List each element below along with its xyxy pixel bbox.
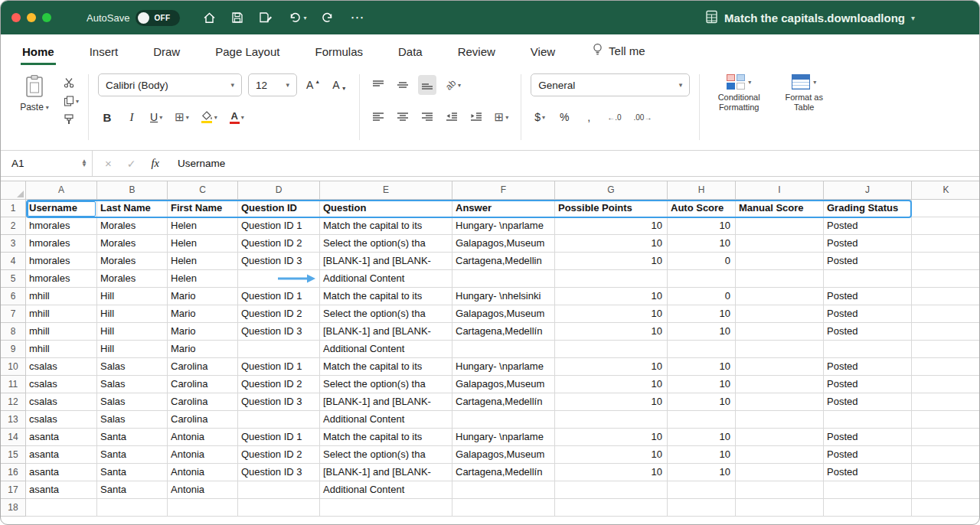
row-header-17[interactable]: 17	[1, 481, 26, 499]
cell-J13[interactable]	[824, 411, 912, 429]
cell-E15[interactable]: Select the option(s) tha	[320, 446, 452, 464]
fill-color-button[interactable]: ▾	[198, 107, 220, 127]
cell-F6[interactable]: Hungary- \nhelsinki	[452, 288, 555, 305]
cell-E17[interactable]: Additional Content	[320, 481, 452, 499]
align-center-button[interactable]	[394, 107, 412, 127]
copy-dropdown-icon[interactable]: ▾	[76, 98, 79, 105]
undo-dropdown-icon[interactable]: ▾	[303, 15, 306, 21]
column-header-H[interactable]: H	[668, 181, 736, 200]
cell-H5[interactable]	[668, 270, 736, 288]
cell-H17[interactable]	[668, 481, 736, 499]
cell-B17[interactable]: Santa	[97, 481, 168, 499]
cell-D3[interactable]: Question ID 2	[238, 235, 320, 253]
cell-E11[interactable]: Select the option(s) tha	[320, 376, 452, 393]
cell-G9[interactable]	[555, 341, 668, 358]
cell-I8[interactable]	[736, 323, 824, 341]
cell-G18[interactable]	[555, 499, 668, 517]
cell-K3[interactable]	[912, 235, 980, 253]
cell-F13[interactable]	[452, 411, 555, 429]
number-format-select[interactable]: General ▾	[531, 73, 690, 96]
cell-B3[interactable]: Morales	[97, 235, 168, 253]
cell-E18[interactable]	[320, 499, 452, 517]
cell-G8[interactable]: 10	[555, 323, 668, 341]
conditional-formatting-button[interactable]: ▾ Conditional Formatting	[709, 73, 769, 112]
cell-K14[interactable]	[912, 429, 980, 446]
cell-I7[interactable]	[736, 305, 824, 323]
cell-D7[interactable]: Question ID 2	[238, 305, 320, 323]
cell-I9[interactable]	[736, 341, 824, 358]
cell-J4[interactable]: Posted	[824, 253, 912, 270]
row-header-18[interactable]: 18	[1, 499, 26, 517]
formula-input[interactable]: Username	[172, 151, 225, 176]
cell-H7[interactable]: 10	[668, 305, 736, 323]
cell-K9[interactable]	[912, 341, 980, 358]
cell-F17[interactable]	[452, 481, 555, 499]
tab-page-layout[interactable]: Page Layout	[214, 45, 281, 65]
cell-G11[interactable]: 10	[555, 376, 668, 393]
cell-A7[interactable]: mhill	[26, 305, 97, 323]
cell-C12[interactable]: Carolina	[168, 393, 238, 411]
cell-C17[interactable]: Antonia	[168, 481, 238, 499]
cell-H4[interactable]: 0	[668, 253, 736, 270]
align-middle-button[interactable]	[394, 75, 412, 95]
cell-I17[interactable]	[736, 481, 824, 499]
cell-E6[interactable]: Match the capital to its	[320, 288, 452, 305]
decrease-decimal-button[interactable]: ←.0	[604, 107, 624, 127]
cell-E14[interactable]: Match the capital to its	[320, 429, 452, 446]
column-header-A[interactable]: A	[26, 181, 97, 200]
cell-D9[interactable]	[238, 341, 320, 358]
underline-button[interactable]: U ▾	[147, 107, 165, 127]
comma-format-button[interactable]: ,	[580, 107, 598, 127]
column-header-G[interactable]: G	[555, 181, 668, 200]
cell-J5[interactable]	[824, 270, 912, 288]
cell-reference-box[interactable]: A1 ▲▼	[1, 151, 93, 176]
cell-F18[interactable]	[452, 499, 555, 517]
cell-B6[interactable]: Hill	[97, 288, 168, 305]
cell-H1[interactable]: Auto Score	[668, 200, 736, 217]
row-header-14[interactable]: 14	[1, 429, 26, 446]
cell-D1[interactable]: Question ID	[238, 200, 320, 217]
increase-decimal-button[interactable]: .00→	[631, 107, 655, 127]
cell-D8[interactable]: Question ID 3	[238, 323, 320, 341]
cell-I2[interactable]	[736, 217, 824, 235]
cell-J17[interactable]	[824, 481, 912, 499]
cell-J1[interactable]: Grading Status	[824, 200, 912, 217]
row-header-10[interactable]: 10	[1, 358, 26, 376]
currency-format-button[interactable]: $ ▾	[531, 107, 549, 127]
row-header-2[interactable]: 2	[1, 217, 26, 235]
tab-draw[interactable]: Draw	[152, 45, 181, 65]
cell-G14[interactable]: 10	[555, 429, 668, 446]
cell-F3[interactable]: Galapagos,Museum	[452, 235, 555, 253]
align-right-button[interactable]	[418, 107, 436, 127]
cut-icon[interactable]	[64, 77, 79, 88]
cell-B12[interactable]: Salas	[97, 393, 168, 411]
cell-E3[interactable]: Select the option(s) tha	[320, 235, 452, 253]
cell-E4[interactable]: [BLANK-1] and [BLANK-	[320, 253, 452, 270]
column-header-C[interactable]: C	[168, 181, 238, 200]
cell-I12[interactable]	[736, 393, 824, 411]
cell-K10[interactable]	[912, 358, 980, 376]
align-top-button[interactable]	[369, 75, 387, 95]
cell-G4[interactable]: 10	[555, 253, 668, 270]
cell-I11[interactable]	[736, 376, 824, 393]
cell-I18[interactable]	[736, 499, 824, 517]
copy-icon[interactable]: ▾	[64, 96, 79, 106]
cell-F1[interactable]: Answer	[452, 200, 555, 217]
cell-E2[interactable]: Match the capital to its	[320, 217, 452, 235]
cell-A3[interactable]: hmorales	[26, 235, 97, 253]
cell-A4[interactable]: hmorales	[26, 253, 97, 270]
row-header-5[interactable]: 5	[1, 270, 26, 288]
cell-D6[interactable]: Question ID 1	[238, 288, 320, 305]
cell-C15[interactable]: Antonia	[168, 446, 238, 464]
bold-button[interactable]: B	[98, 107, 116, 127]
paste-button[interactable]: Paste ▾	[13, 73, 56, 125]
cell-A16[interactable]: asanta	[26, 464, 97, 481]
cell-D11[interactable]: Question ID 2	[238, 376, 320, 393]
more-commands-icon[interactable]: ⋯	[350, 9, 365, 26]
cell-J15[interactable]: Posted	[824, 446, 912, 464]
cell-K1[interactable]	[912, 200, 980, 217]
cell-C5[interactable]: Helen	[168, 270, 238, 288]
cell-C6[interactable]: Mario	[168, 288, 238, 305]
cell-J2[interactable]: Posted	[824, 217, 912, 235]
cell-A5[interactable]: hmorales	[26, 270, 97, 288]
